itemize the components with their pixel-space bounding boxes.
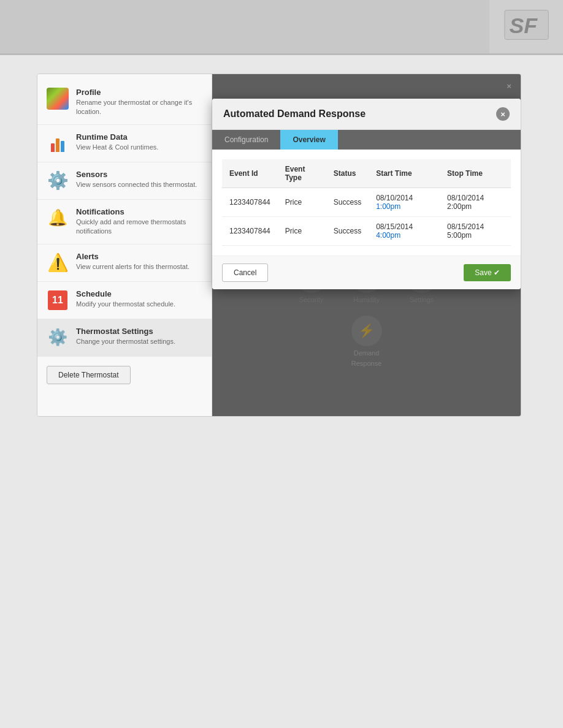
sidebar-alerts-text: Alerts View current alerts for this ther… bbox=[76, 252, 190, 271]
schedule-title: Schedule bbox=[76, 289, 175, 298]
cell-event-id: 1233407844 bbox=[222, 188, 278, 217]
notifications-desc: Quickly add and remove thermostats notif… bbox=[76, 218, 202, 237]
sidebar-item-notifications[interactable]: 🔔 Notifications Quickly add and remove t… bbox=[37, 200, 212, 245]
modal-close-button[interactable]: × bbox=[496, 107, 510, 121]
sidebar-schedule-text: Schedule Modify your thermostat schedule… bbox=[76, 289, 175, 309]
runtime-title: Runtime Data bbox=[76, 132, 158, 142]
col-event-type: Event Type bbox=[278, 159, 326, 188]
cell-status: Success bbox=[326, 217, 369, 246]
alerts-desc: View current alerts for this thermostat. bbox=[76, 262, 190, 271]
svg-text:SF: SF bbox=[509, 13, 538, 38]
cancel-button[interactable]: Cancel bbox=[222, 264, 268, 282]
modal-dialog: Automated Demand Response × Configuratio… bbox=[212, 99, 521, 289]
top-header: SF bbox=[0, 0, 563, 55]
header-bg bbox=[0, 0, 489, 53]
sensors-desc: View sensors connected this thermostat. bbox=[76, 180, 197, 189]
table-body: 1233407844PriceSuccess08/10/2014 1:00pm0… bbox=[222, 188, 511, 246]
sidebar-notifications-text: Notifications Quickly add and remove the… bbox=[76, 207, 202, 237]
tab-configuration[interactable]: Configuration bbox=[212, 130, 280, 150]
col-stop-time: Stop Time bbox=[440, 159, 511, 188]
sidebar-item-thermostat-settings[interactable]: ⚙️ Thermostat Settings Change your therm… bbox=[37, 319, 212, 357]
sidebar-item-sensors[interactable]: ⚙️ Sensors View sensors connected this t… bbox=[37, 162, 212, 200]
cell-start-time[interactable]: 08/10/2014 1:00pm bbox=[369, 188, 440, 217]
brand-logo: SF bbox=[502, 6, 551, 43]
sidebar-profile-text: Profile Rename your thermostat or change… bbox=[76, 88, 202, 117]
cell-stop-time: 08/10/2014 2:00pm bbox=[440, 188, 511, 217]
sidebar-item-alerts[interactable]: ⚠️ Alerts View current alerts for this t… bbox=[37, 245, 212, 282]
cell-event-type: Price bbox=[278, 188, 326, 217]
modal-tabs: Configuration Overview bbox=[212, 130, 521, 150]
delete-btn-container: Delete Thermostat bbox=[37, 357, 212, 393]
thermostat-settings-desc: Change your thermostat settings. bbox=[76, 337, 175, 346]
col-event-id: Event Id bbox=[222, 159, 278, 188]
cell-status: Success bbox=[326, 188, 369, 217]
cell-stop-time: 08/15/2014 5:00pm bbox=[440, 217, 511, 246]
schedule-desc: Modify your thermostat schedule. bbox=[76, 300, 175, 309]
sensors-title: Sensors bbox=[76, 170, 197, 179]
events-table: Event Id Event Type Status Start Time St… bbox=[222, 159, 511, 246]
runtime-icon bbox=[47, 132, 69, 154]
delete-thermostat-button[interactable]: Delete Thermostat bbox=[47, 366, 131, 384]
thermostat-settings-title: Thermostat Settings bbox=[76, 327, 175, 336]
table-row: 1233407844PriceSuccess08/10/2014 1:00pm0… bbox=[222, 188, 511, 217]
modal-header: Automated Demand Response × bbox=[212, 99, 521, 130]
sidebar: Profile Rename your thermostat or change… bbox=[37, 74, 212, 416]
sensors-icon: ⚙️ bbox=[47, 170, 69, 192]
col-start-time: Start Time bbox=[369, 159, 440, 188]
cell-event-id: 1233407844 bbox=[222, 217, 278, 246]
profile-title: Profile bbox=[76, 88, 202, 97]
save-button[interactable]: Save ✔ bbox=[464, 264, 511, 281]
profile-desc: Rename your thermostat or change it's lo… bbox=[76, 98, 202, 117]
alerts-title: Alerts bbox=[76, 252, 190, 261]
modal-title: Automated Demand Response bbox=[223, 108, 366, 119]
sidebar-runtime-text: Runtime Data View Heat & Cool runtimes. bbox=[76, 132, 158, 152]
alerts-icon: ⚠️ bbox=[47, 252, 69, 274]
cell-start-time[interactable]: 08/15/2014 4:00pm bbox=[369, 217, 440, 246]
table-header-row: Event Id Event Type Status Start Time St… bbox=[222, 159, 511, 188]
sidebar-item-schedule[interactable]: 11 Schedule Modify your thermostat sched… bbox=[37, 282, 212, 319]
runtime-desc: View Heat & Cool runtimes. bbox=[76, 143, 158, 152]
sidebar-thermostat-settings-text: Thermostat Settings Change your thermost… bbox=[76, 327, 175, 346]
modal-overlay: Automated Demand Response × Configuratio… bbox=[212, 74, 521, 416]
schedule-icon: 11 bbox=[47, 289, 69, 311]
right-content: 🔒 Security 💧 Humidity 🔧 Settings ⚡ bbox=[212, 74, 521, 416]
modal-body: Event Id Event Type Status Start Time St… bbox=[212, 150, 521, 256]
main-content: × Profile Rename your thermostat or chan… bbox=[0, 55, 563, 435]
sidebar-item-runtime[interactable]: Runtime Data View Heat & Cool runtimes. bbox=[37, 125, 212, 162]
sidebar-sensors-text: Sensors View sensors connected this ther… bbox=[76, 170, 197, 189]
cell-event-type: Price bbox=[278, 217, 326, 246]
modal-close-icon: × bbox=[500, 110, 505, 119]
sidebar-item-profile[interactable]: Profile Rename your thermostat or change… bbox=[37, 80, 212, 125]
table-row: 1233407844PriceSuccess08/15/2014 4:00pm0… bbox=[222, 217, 511, 246]
profile-icon bbox=[47, 88, 69, 110]
notifications-icon: 🔔 bbox=[47, 207, 69, 229]
col-status: Status bbox=[326, 159, 369, 188]
modal-footer: Cancel Save ✔ bbox=[212, 256, 521, 289]
tab-overview[interactable]: Overview bbox=[280, 130, 337, 150]
panel-container: × Profile Rename your thermostat or chan… bbox=[37, 74, 521, 417]
thermostat-settings-icon: ⚙️ bbox=[47, 327, 69, 349]
notifications-title: Notifications bbox=[76, 207, 202, 216]
